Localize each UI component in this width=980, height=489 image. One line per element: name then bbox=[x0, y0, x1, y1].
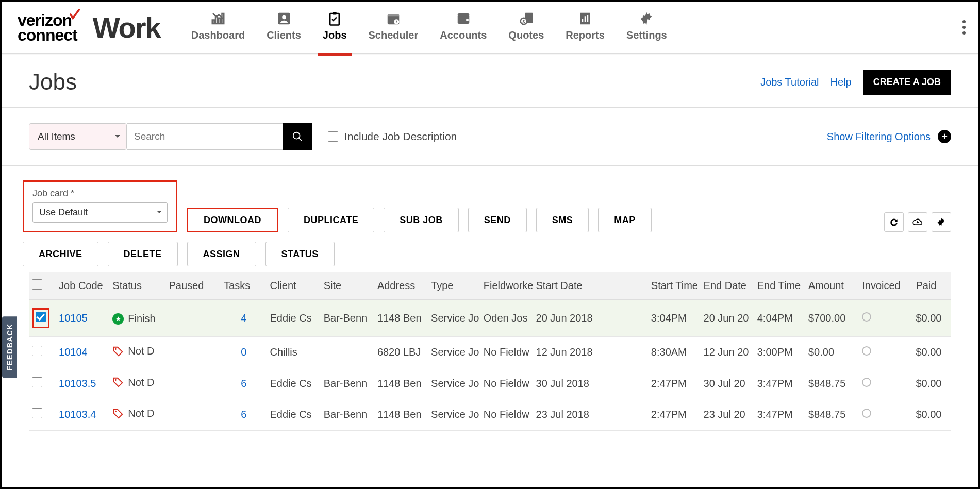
include-desc-checkbox[interactable] bbox=[328, 131, 338, 142]
add-filter-icon[interactable]: + bbox=[938, 130, 951, 143]
cell-endtime: 3:00PM bbox=[754, 337, 805, 368]
search-button[interactable] bbox=[283, 123, 312, 150]
col-amount[interactable]: Amount bbox=[805, 272, 859, 300]
nav-jobs[interactable]: Jobs bbox=[323, 11, 347, 44]
table-row[interactable]: 10103.4Not D6Eddie CsBar-Benn1148 BenSer… bbox=[29, 399, 951, 431]
cell-startdate: 20 Jun 2018 bbox=[533, 300, 648, 337]
nav-accounts[interactable]: Accounts bbox=[440, 11, 487, 44]
tag-icon bbox=[112, 408, 124, 419]
cell-endtime: 4:04PM bbox=[754, 300, 805, 337]
assign-button[interactable]: ASSIGN bbox=[187, 242, 256, 266]
svg-point-18 bbox=[293, 132, 300, 139]
col-endtime[interactable]: End Time bbox=[754, 272, 805, 300]
col-enddate[interactable]: End Date bbox=[701, 272, 754, 300]
nav-label: Scheduler bbox=[369, 29, 419, 41]
create-job-button[interactable]: CREATE A JOB bbox=[863, 70, 951, 95]
table-row[interactable]: 10105Finish4Eddie CsBar-Benn1148 BenServ… bbox=[29, 300, 951, 337]
refresh-icon[interactable] bbox=[884, 212, 904, 232]
cell-startdate: 23 Jul 2018 bbox=[533, 399, 648, 431]
nav-label: Reports bbox=[566, 29, 605, 41]
row-checkbox[interactable] bbox=[32, 408, 42, 418]
show-filtering-options-link[interactable]: Show Filtering Options bbox=[827, 131, 931, 143]
col-invoiced[interactable]: Invoiced bbox=[859, 272, 912, 300]
cell-paused bbox=[165, 337, 221, 368]
tasks-link[interactable]: 6 bbox=[241, 378, 246, 389]
col-paused[interactable]: Paused bbox=[165, 272, 221, 300]
invoiced-radio[interactable] bbox=[862, 409, 871, 418]
star-badge-icon bbox=[112, 313, 124, 325]
svg-rect-8 bbox=[458, 13, 470, 16]
row-checkbox[interactable] bbox=[32, 346, 42, 356]
sms-button[interactable]: SMS bbox=[536, 208, 589, 232]
tasks-link[interactable]: 6 bbox=[241, 409, 246, 420]
cell-client: Eddie Cs bbox=[267, 300, 320, 337]
nav-clients[interactable]: Clients bbox=[267, 11, 301, 44]
nav-scheduler[interactable]: Scheduler bbox=[369, 11, 419, 44]
job-code-link[interactable]: 10103.4 bbox=[59, 409, 96, 420]
invoiced-radio[interactable] bbox=[862, 378, 871, 387]
tag-icon bbox=[112, 346, 124, 357]
col-tasks[interactable]: Tasks bbox=[221, 272, 267, 300]
jobcard-value: Use Default bbox=[39, 207, 88, 218]
actions-row-2: ARCHIVE DELETE ASSIGN STATUS bbox=[23, 242, 957, 266]
download-button[interactable]: DOWNLOAD bbox=[187, 208, 278, 232]
col-type[interactable]: Type bbox=[428, 272, 480, 300]
scope-select[interactable]: All Items bbox=[29, 123, 127, 150]
svg-rect-14 bbox=[582, 19, 584, 22]
job-code-link[interactable]: 10104 bbox=[59, 346, 88, 358]
filter-bar: All Items Include Job Description Show F… bbox=[2, 107, 978, 166]
nav-label: Accounts bbox=[440, 29, 487, 41]
row-checkbox[interactable] bbox=[32, 377, 42, 387]
duplicate-button[interactable]: DUPLICATE bbox=[288, 208, 374, 232]
cell-starttime: 2:47PM bbox=[648, 399, 701, 431]
cell-enddate: 30 Jul 20 bbox=[701, 368, 754, 399]
invoiced-radio[interactable] bbox=[862, 312, 871, 322]
table-row[interactable]: 10103.5Not D6Eddie CsBar-Benn1148 BenSer… bbox=[29, 368, 951, 399]
svg-point-9 bbox=[466, 19, 469, 21]
brand-line2: connect bbox=[18, 28, 77, 43]
send-button[interactable]: SEND bbox=[468, 208, 527, 232]
cell-fieldworker: No Fieldw bbox=[480, 399, 533, 431]
col-startdate[interactable]: Start Date bbox=[533, 272, 648, 300]
col-paid[interactable]: Paid bbox=[912, 272, 951, 300]
job-code-link[interactable]: 10103.5 bbox=[59, 378, 96, 389]
job-code-link[interactable]: 10105 bbox=[59, 312, 88, 324]
table-settings-icon[interactable] bbox=[932, 212, 951, 232]
cloud-download-icon[interactable] bbox=[908, 212, 927, 232]
nav-reports[interactable]: Reports bbox=[566, 11, 605, 44]
table-row[interactable]: 10104Not D0Chillis6820 LBJService JoNo F… bbox=[29, 337, 951, 368]
col-jobcode[interactable]: Job Code bbox=[56, 272, 109, 300]
cell-type: Service Jo bbox=[428, 337, 480, 368]
col-client[interactable]: Client bbox=[267, 272, 320, 300]
nav-label: Jobs bbox=[323, 29, 347, 41]
col-fieldworker[interactable]: Fieldworker bbox=[480, 272, 533, 300]
subjob-button[interactable]: SUB JOB bbox=[384, 208, 459, 232]
feedback-tab[interactable]: FEEDBACK bbox=[2, 316, 17, 378]
status-button[interactable]: STATUS bbox=[265, 242, 335, 266]
delete-button[interactable]: DELETE bbox=[108, 242, 178, 266]
svg-rect-5 bbox=[388, 14, 400, 16]
archive-button[interactable]: ARCHIVE bbox=[23, 242, 98, 266]
jobcard-box: Job card * Use Default bbox=[23, 180, 177, 232]
jobcard-select[interactable]: Use Default bbox=[32, 202, 168, 223]
svg-rect-15 bbox=[585, 16, 586, 22]
col-starttime[interactable]: Start Time bbox=[648, 272, 701, 300]
help-link[interactable]: Help bbox=[830, 76, 852, 88]
jobs-tutorial-link[interactable]: Jobs Tutorial bbox=[760, 76, 819, 88]
cell-paid: $0.00 bbox=[912, 368, 951, 399]
col-address[interactable]: Address bbox=[374, 272, 428, 300]
invoiced-radio[interactable] bbox=[862, 346, 871, 356]
col-checkbox[interactable] bbox=[29, 272, 56, 300]
tasks-link[interactable]: 4 bbox=[241, 312, 246, 324]
search-input[interactable] bbox=[127, 131, 283, 142]
nav-dashboard[interactable]: Dashboard bbox=[191, 11, 245, 44]
map-button[interactable]: MAP bbox=[598, 208, 652, 232]
col-status[interactable]: Status bbox=[109, 272, 165, 300]
row-checkbox[interactable] bbox=[36, 312, 46, 322]
cell-address: 1148 Ben bbox=[374, 399, 428, 431]
nav-quotes[interactable]: $ Quotes bbox=[508, 11, 544, 44]
more-menu-icon[interactable] bbox=[962, 18, 966, 37]
col-site[interactable]: Site bbox=[321, 272, 374, 300]
nav-settings[interactable]: Settings bbox=[626, 11, 667, 44]
tasks-link[interactable]: 0 bbox=[241, 346, 246, 358]
